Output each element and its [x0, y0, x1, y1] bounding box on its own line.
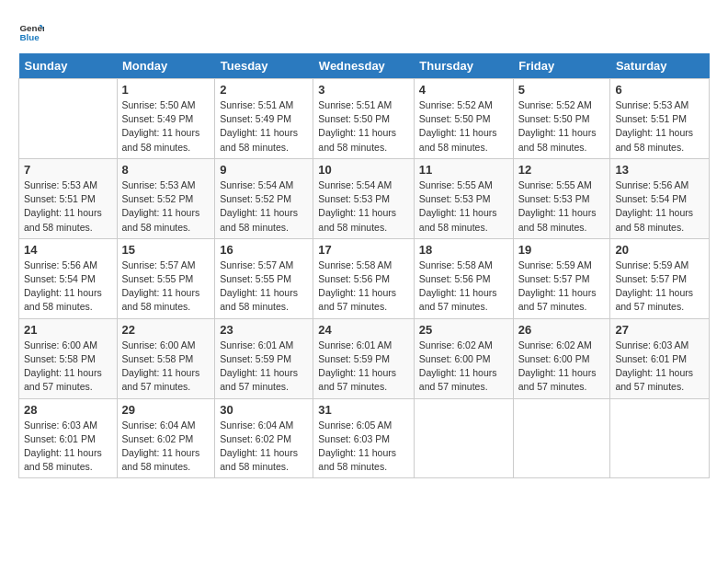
day-number: 10	[318, 163, 409, 177]
calendar-cell: 31Sunrise: 6:05 AMSunset: 6:03 PMDayligh…	[313, 398, 415, 478]
day-info: Sunrise: 6:03 AMSunset: 6:01 PMDaylight:…	[615, 339, 704, 395]
day-info: Sunrise: 5:57 AMSunset: 5:55 PMDaylight:…	[220, 259, 308, 315]
calendar-cell: 6Sunrise: 5:53 AMSunset: 5:51 PMDaylight…	[610, 79, 710, 159]
day-number: 30	[220, 403, 308, 417]
week-row-1: 1Sunrise: 5:50 AMSunset: 5:49 PMDaylight…	[19, 79, 710, 159]
calendar-cell	[414, 398, 513, 478]
week-row-3: 14Sunrise: 5:56 AMSunset: 5:54 PMDayligh…	[19, 238, 710, 318]
calendar-cell: 7Sunrise: 5:53 AMSunset: 5:51 PMDaylight…	[19, 158, 118, 238]
day-number: 29	[122, 403, 210, 417]
day-number: 14	[24, 243, 112, 257]
calendar-cell	[610, 398, 710, 478]
calendar-cell: 3Sunrise: 5:51 AMSunset: 5:50 PMDaylight…	[313, 79, 415, 159]
calendar-cell: 18Sunrise: 5:58 AMSunset: 5:56 PMDayligh…	[414, 238, 513, 318]
day-info: Sunrise: 5:54 AMSunset: 5:52 PMDaylight:…	[220, 178, 308, 235]
calendar-cell: 11Sunrise: 5:55 AMSunset: 5:53 PMDayligh…	[414, 158, 513, 238]
day-info: Sunrise: 6:05 AMSunset: 6:03 PMDaylight:…	[318, 419, 409, 475]
calendar-cell: 22Sunrise: 6:00 AMSunset: 5:58 PMDayligh…	[117, 318, 215, 398]
logo-icon: General Blue	[18, 18, 44, 44]
day-info: Sunrise: 6:02 AMSunset: 6:00 PMDaylight:…	[419, 339, 508, 395]
day-info: Sunrise: 5:52 AMSunset: 5:50 PMDaylight:…	[518, 98, 606, 155]
week-row-2: 7Sunrise: 5:53 AMSunset: 5:51 PMDaylight…	[19, 158, 710, 238]
day-info: Sunrise: 5:50 AMSunset: 5:49 PMDaylight:…	[122, 98, 210, 155]
calendar-cell: 29Sunrise: 6:04 AMSunset: 6:02 PMDayligh…	[117, 398, 215, 478]
day-number: 4	[419, 83, 508, 97]
day-info: Sunrise: 6:02 AMSunset: 6:00 PMDaylight:…	[518, 339, 606, 395]
header-sunday: Sunday	[19, 53, 118, 79]
day-number: 11	[419, 163, 508, 177]
day-info: Sunrise: 5:52 AMSunset: 5:50 PMDaylight:…	[419, 98, 508, 155]
calendar-cell: 13Sunrise: 5:56 AMSunset: 5:54 PMDayligh…	[610, 158, 710, 238]
day-number: 23	[220, 323, 308, 337]
day-number: 27	[615, 323, 704, 337]
day-info: Sunrise: 6:00 AMSunset: 5:58 PMDaylight:…	[122, 339, 210, 395]
day-info: Sunrise: 5:56 AMSunset: 5:54 PMDaylight:…	[615, 178, 704, 235]
calendar-cell: 15Sunrise: 5:57 AMSunset: 5:55 PMDayligh…	[117, 238, 215, 318]
calendar-cell: 14Sunrise: 5:56 AMSunset: 5:54 PMDayligh…	[19, 238, 118, 318]
day-info: Sunrise: 5:53 AMSunset: 5:51 PMDaylight:…	[24, 178, 112, 235]
header-monday: Monday	[117, 53, 215, 79]
calendar-cell: 24Sunrise: 6:01 AMSunset: 5:59 PMDayligh…	[313, 318, 415, 398]
calendar-header-row: SundayMondayTuesdayWednesdayThursdayFrid…	[19, 53, 710, 79]
day-number: 13	[615, 163, 704, 177]
day-number: 28	[24, 403, 112, 417]
week-row-5: 28Sunrise: 6:03 AMSunset: 6:01 PMDayligh…	[19, 398, 710, 478]
calendar-cell: 30Sunrise: 6:04 AMSunset: 6:02 PMDayligh…	[215, 398, 313, 478]
day-number: 3	[318, 83, 409, 97]
day-info: Sunrise: 5:53 AMSunset: 5:51 PMDaylight:…	[615, 98, 704, 155]
day-number: 18	[419, 243, 508, 257]
day-info: Sunrise: 5:58 AMSunset: 5:56 PMDaylight:…	[318, 259, 409, 315]
svg-text:Blue: Blue	[19, 32, 40, 42]
page-header: General Blue	[18, 18, 710, 44]
calendar-cell	[513, 398, 610, 478]
calendar-cell: 1Sunrise: 5:50 AMSunset: 5:49 PMDaylight…	[117, 79, 215, 159]
day-number: 26	[518, 323, 606, 337]
day-info: Sunrise: 6:01 AMSunset: 5:59 PMDaylight:…	[220, 339, 308, 395]
day-number: 22	[122, 323, 210, 337]
day-number: 21	[24, 323, 112, 337]
day-number: 25	[419, 323, 508, 337]
day-info: Sunrise: 6:03 AMSunset: 6:01 PMDaylight:…	[24, 419, 112, 475]
day-info: Sunrise: 6:00 AMSunset: 5:58 PMDaylight:…	[24, 339, 112, 395]
header-saturday: Saturday	[610, 53, 710, 79]
day-info: Sunrise: 5:58 AMSunset: 5:56 PMDaylight:…	[419, 259, 508, 315]
calendar-cell: 16Sunrise: 5:57 AMSunset: 5:55 PMDayligh…	[215, 238, 313, 318]
day-info: Sunrise: 5:51 AMSunset: 5:49 PMDaylight:…	[220, 98, 308, 155]
day-info: Sunrise: 5:57 AMSunset: 5:55 PMDaylight:…	[122, 259, 210, 315]
day-number: 9	[220, 163, 308, 177]
header-tuesday: Tuesday	[215, 53, 313, 79]
day-info: Sunrise: 5:56 AMSunset: 5:54 PMDaylight:…	[24, 259, 112, 315]
day-info: Sunrise: 5:53 AMSunset: 5:52 PMDaylight:…	[122, 178, 210, 235]
day-number: 31	[318, 403, 409, 417]
day-info: Sunrise: 5:55 AMSunset: 5:53 PMDaylight:…	[419, 178, 508, 235]
day-number: 6	[615, 83, 704, 97]
calendar-cell: 21Sunrise: 6:00 AMSunset: 5:58 PMDayligh…	[19, 318, 118, 398]
day-info: Sunrise: 5:59 AMSunset: 5:57 PMDaylight:…	[615, 259, 704, 315]
calendar-cell	[19, 79, 118, 159]
day-number: 1	[122, 83, 210, 97]
day-number: 12	[518, 163, 606, 177]
calendar-table: SundayMondayTuesdayWednesdayThursdayFrid…	[18, 53, 710, 478]
day-number: 24	[318, 323, 409, 337]
calendar-cell: 4Sunrise: 5:52 AMSunset: 5:50 PMDaylight…	[414, 79, 513, 159]
calendar-cell: 12Sunrise: 5:55 AMSunset: 5:53 PMDayligh…	[513, 158, 610, 238]
week-row-4: 21Sunrise: 6:00 AMSunset: 5:58 PMDayligh…	[19, 318, 710, 398]
day-number: 5	[518, 83, 606, 97]
logo: General Blue	[18, 18, 48, 44]
calendar-cell: 27Sunrise: 6:03 AMSunset: 6:01 PMDayligh…	[610, 318, 710, 398]
calendar-cell: 17Sunrise: 5:58 AMSunset: 5:56 PMDayligh…	[313, 238, 415, 318]
day-info: Sunrise: 5:54 AMSunset: 5:53 PMDaylight:…	[318, 178, 409, 235]
calendar-cell: 26Sunrise: 6:02 AMSunset: 6:00 PMDayligh…	[513, 318, 610, 398]
calendar-cell: 25Sunrise: 6:02 AMSunset: 6:00 PMDayligh…	[414, 318, 513, 398]
calendar-cell: 9Sunrise: 5:54 AMSunset: 5:52 PMDaylight…	[215, 158, 313, 238]
day-number: 17	[318, 243, 409, 257]
day-number: 15	[122, 243, 210, 257]
calendar-cell: 20Sunrise: 5:59 AMSunset: 5:57 PMDayligh…	[610, 238, 710, 318]
day-number: 19	[518, 243, 606, 257]
day-number: 8	[122, 163, 210, 177]
header-thursday: Thursday	[414, 53, 513, 79]
day-info: Sunrise: 5:55 AMSunset: 5:53 PMDaylight:…	[518, 178, 606, 235]
calendar-cell: 10Sunrise: 5:54 AMSunset: 5:53 PMDayligh…	[313, 158, 415, 238]
header-friday: Friday	[513, 53, 610, 79]
day-info: Sunrise: 5:51 AMSunset: 5:50 PMDaylight:…	[318, 98, 409, 155]
